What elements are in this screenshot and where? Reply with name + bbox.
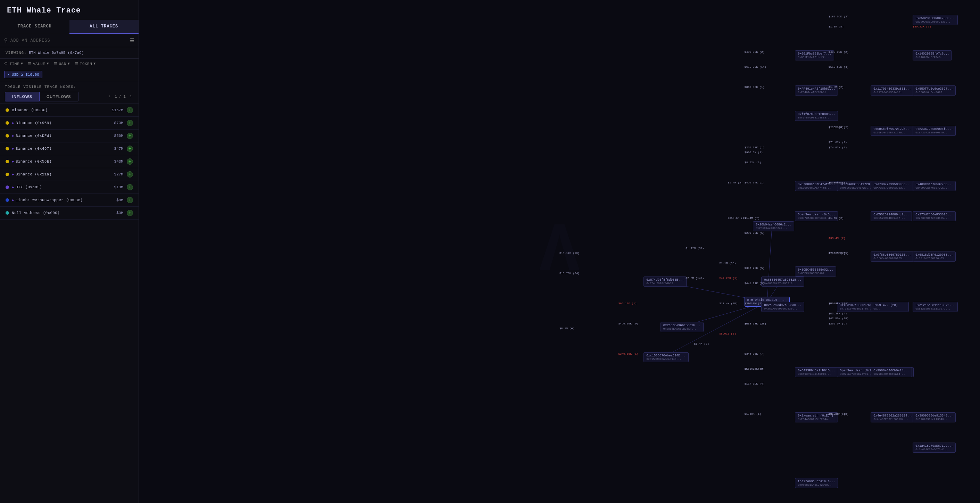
graph-node[interactable]: 0x20b04ae40686c2...0x20b04ae40686c2... — [753, 221, 794, 231]
node-add-button[interactable]: + — [127, 107, 133, 113]
list-item[interactable]: ◆Binance (0x497)$47M+ — [0, 142, 138, 155]
node-dot — [6, 121, 9, 125]
chevron-down-icon2: ▼ — [46, 62, 49, 66]
graph-node[interactable]: theironmountain.e...0x0d9d51AA65C42808..… — [795, 478, 838, 488]
filter-usd[interactable]: ☰ USD ▼ — [54, 62, 70, 66]
graph-node[interactable]: 0x6818d23F6120bB3...0x6818d23F6120bB3... — [913, 252, 956, 261]
graph-node[interactable]: OpenSea User (0x3...0x357dfc8C38F5388... — [795, 211, 838, 221]
graph-canvas[interactable]: Λ ETH Whale 0x7a95 ...0x7a95f1554a42836.… — [139, 0, 980, 503]
exchange-icon: ◆ — [12, 198, 14, 202]
graph-node[interactable]: 0x001Fbc821bef7...0x001Fb3cf21bef7... — [795, 50, 834, 60]
tab-trace-search[interactable]: TRACE SEARCH — [0, 20, 70, 34]
node-add-button[interactable]: + — [127, 120, 133, 126]
node-label: Binance (0x21a) — [16, 172, 114, 177]
node-value: $73M — [114, 121, 123, 125]
graph-node[interactable]: 0x1a418C79aD671eC...0x1a418C79aD671eC... — [913, 443, 956, 453]
graph-node[interactable]: 0x2c6bEA966EB3d1F...0x2c6bEA966EB3d1F... — [660, 322, 703, 332]
exchange-icon: ◆ — [12, 185, 14, 189]
search-input[interactable] — [10, 38, 127, 43]
chevron-down-icon4: ▼ — [94, 62, 96, 66]
graph-node[interactable]: 0x550fFd6c0ce3697...0x550Fd6c0ce3697... — [913, 86, 956, 96]
graph-node[interactable]: 0x117964Bd339a851...0x117964Bd339a851... — [870, 86, 914, 96]
graph-node[interactable]: 0x1xuan.eth (0xEC4)0xEC4A6001b5ef2D4a... — [795, 412, 836, 422]
filter-time[interactable]: ⏱ TIME ▼ — [4, 62, 23, 66]
graph-node[interactable]: 0xA73827799593933...0xA73827799593933... — [870, 181, 914, 191]
node-add-button[interactable]: + — [127, 158, 133, 165]
filter-token-icon: ☰ — [75, 62, 78, 66]
filter-usd-label: USD — [59, 62, 66, 66]
search-icon: ⚲ — [4, 38, 8, 43]
toggle-inflows-btn[interactable]: INFLOWS — [5, 92, 40, 102]
graph-node[interactable]: 0x0f66e0860789165...0x0f66e0860789165... — [870, 252, 914, 261]
viewing-value: ETH Whale 0x7a95 (0x7a9) — [29, 51, 84, 55]
node-add-button[interactable]: + — [127, 171, 133, 178]
list-item[interactable]: Null Address (0x000)$3M+ — [0, 207, 138, 220]
node-add-button[interactable]: + — [127, 210, 133, 216]
graph-node[interactable]: 0x1402B0E5fA7c6...0x14028be5fA7c6... — [913, 50, 952, 60]
graph-node[interactable]: 0x3909336de913346...0x3909336de913346... — [913, 412, 956, 422]
page-total: 1 — [123, 94, 126, 99]
graph-node[interactable]: 0x68360457a590318...0x68360457a590318... — [761, 277, 804, 287]
node-value: $50M — [114, 134, 123, 138]
graph-edges — [139, 0, 980, 503]
list-item[interactable]: ◆Binance (0x56E)$43M+ — [0, 155, 138, 168]
node-dot — [6, 198, 9, 202]
node-add-button[interactable]: + — [127, 146, 133, 152]
filter-time-label: TIME — [10, 62, 19, 66]
graph-node[interactable]: 0xc150B870AbeaC94D...0xc150B870AbeaC94D.… — [643, 352, 688, 362]
toggle-outflows-btn[interactable]: OUTFLOWS — [40, 92, 78, 102]
list-item[interactable]: ◆1inch: WethUnwrapper (0x08B)$8M+ — [0, 194, 138, 207]
graph-node[interactable]: 0x409CCab765377C5...0x409CCab765377C5... — [913, 181, 956, 191]
list-item[interactable]: ◆Binance (0x21a)$27M+ — [0, 168, 138, 181]
filter-token[interactable]: ☰ TOKEN ▼ — [75, 62, 96, 66]
filter-adjust-icon[interactable]: ☰ — [130, 38, 134, 43]
list-item[interactable]: ◆HTX (0xa03)$13M+ — [0, 181, 138, 194]
page-next-btn[interactable]: › — [128, 94, 134, 100]
graph-node[interactable]: 0xC493F943a1fD910...0xC493F943a1fD910... — [795, 367, 838, 377]
graph-node[interactable]: 0xeA3672E5Be00Ef9...0xeA3672E58e00Ef9... — [913, 126, 956, 136]
node-dot — [6, 108, 9, 112]
filter-value[interactable]: ☰ VALUE ▼ — [28, 62, 49, 66]
node-label: Binance (0x969) — [16, 121, 114, 125]
node-label: 1inch: WethUnwrapper (0x08B) — [16, 198, 116, 202]
graph-node[interactable]: 0x874d26f8f5d055E...0x874d26f8f5d055... — [643, 277, 687, 287]
node-value: $43M — [114, 159, 123, 164]
filter-row: ⏱ TIME ▼ ☰ VALUE ▼ ☰ USD ▼ ☰ TOKEN ▼ ✕ U — [0, 59, 138, 81]
page-separator: / — [119, 94, 121, 99]
graph-node[interactable]: 0xe1215b5811113672...0xe1215b5811113672.… — [913, 302, 958, 312]
node-dot — [6, 211, 9, 215]
node-label: Binance (0x56E) — [16, 159, 114, 164]
node-add-button[interactable]: + — [127, 133, 133, 139]
list-item[interactable]: ◆Binance (0x969)$73M+ — [0, 117, 138, 130]
page-prev-btn[interactable]: ‹ — [107, 94, 113, 100]
active-filter-label: USD ≥ $10.00 — [12, 73, 39, 77]
graph-node[interactable]: 0x4e48fE562a266194...0x4e48fE562a266194.… — [870, 412, 915, 422]
graph-node[interactable]: 0xE55209148894c7...0xE55209148894c7... — [870, 211, 912, 221]
close-filter-icon: ✕ — [7, 72, 10, 77]
node-add-button[interactable]: + — [127, 184, 133, 190]
graph-node[interactable]: 0x005c0f79572122b...0x005c0f79572122b... — [870, 126, 914, 136]
graph-node[interactable]: 0x35020AEC0d0F7335...0x35020AEC0d0F7335.… — [913, 15, 958, 25]
exchange-icon: ◆ — [12, 121, 14, 125]
graph-node[interactable]: 0x273d7866eF33625...0x273d7866eF33625... — [913, 211, 956, 221]
graph-node[interactable]: 0xf1f87c9081288B8...0xf1f87c9081288B8... — [795, 111, 838, 121]
graph-node[interactable]: 0x59.42k (28)0x... — [870, 302, 909, 312]
graph-node[interactable]: 0xFF401c4AEf18b81...0xFF401c4AEf18b81... — [795, 86, 838, 96]
graph-node[interactable]: 0x9988e046Cb0a14...0x9988e046Cb0a14... — [870, 367, 912, 377]
node-label: Binance (0x497) — [16, 146, 114, 151]
active-filter-tag[interactable]: ✕ USD ≥ $10.00 — [4, 71, 42, 78]
graph-node[interactable]: 0xE7000ccCAE474fb...0xE7000ccCAE474fb... — [795, 181, 838, 191]
node-label: Binance (0xDFd) — [16, 134, 114, 138]
node-label: Binance (0x28C) — [12, 108, 112, 112]
graph-node[interactable]: 0x2c6A93d97c62830...0x2c6A93d97c62830... — [761, 302, 804, 312]
clock-icon: ⏱ — [4, 62, 8, 66]
graph-node[interactable]: 0x8CEC4563E85A02...0x8CEC4563E85A02... — [795, 266, 836, 277]
tab-all-traces[interactable]: ALL TRACES — [70, 20, 139, 34]
list-item[interactable]: Binance (0x28C)$167M+ — [0, 104, 138, 117]
node-add-button[interactable]: + — [127, 197, 133, 203]
exchange-icon: ◆ — [12, 159, 14, 164]
filter-value-icon: ☰ — [28, 62, 32, 66]
toggle-tabs: INFLOWS OUTFLOWS — [5, 92, 78, 102]
node-list: Binance (0x28C)$167M+◆Binance (0x969)$73… — [0, 104, 138, 503]
list-item[interactable]: ◆Binance (0xDFd)$50M+ — [0, 130, 138, 142]
